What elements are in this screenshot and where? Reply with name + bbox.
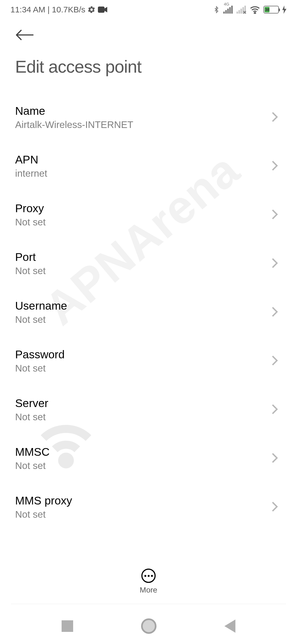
signal-4g-icon: 4G: [223, 6, 233, 14]
chevron-right-icon: [271, 160, 278, 172]
chevron-right-icon: [271, 355, 278, 367]
setting-value: Not set: [15, 265, 46, 276]
setting-item-proxy[interactable]: Proxy Not set: [15, 190, 282, 239]
back-arrow-icon: [15, 29, 34, 40]
svg-rect-5: [229, 7, 231, 13]
signal-empty-icon: [237, 6, 246, 14]
status-right: 4G 38: [213, 5, 287, 14]
setting-label: MMSC: [15, 446, 50, 459]
settings-list: Name Airtalk-Wireless-INTERNET APN inter…: [0, 93, 297, 531]
svg-rect-6: [231, 6, 233, 14]
status-left: 11:34 AM | 10.7KB/s: [10, 5, 107, 14]
setting-label: Name: [15, 105, 133, 118]
setting-label: Port: [15, 251, 46, 264]
chevron-right-icon: [271, 452, 278, 465]
status-separator: |: [48, 5, 50, 14]
gear-icon: [87, 6, 96, 14]
status-time: 11:34 AM: [10, 5, 45, 14]
charging-icon: [282, 6, 287, 14]
nav-recent-button[interactable]: [62, 620, 73, 632]
page-title: Edit access point: [0, 42, 297, 93]
svg-rect-10: [243, 7, 244, 13]
setting-value: Not set: [15, 314, 67, 325]
setting-label: APN: [15, 153, 47, 166]
setting-item-port[interactable]: Port Not set: [15, 239, 282, 288]
svg-rect-8: [238, 10, 240, 14]
setting-item-server[interactable]: Server Not set: [15, 385, 282, 434]
setting-label: Password: [15, 348, 65, 361]
more-icon: [141, 569, 156, 583]
svg-rect-7: [237, 12, 238, 13]
chevron-right-icon: [271, 306, 278, 318]
setting-item-password[interactable]: Password Not set: [15, 337, 282, 385]
setting-label: Username: [15, 299, 67, 312]
setting-value: Airtalk-Wireless-INTERNET: [15, 119, 133, 130]
chevron-right-icon: [271, 111, 278, 124]
nav-home-button[interactable]: [141, 618, 156, 634]
battery-icon: 38: [263, 6, 279, 13]
videocam-icon: [98, 6, 107, 13]
setting-value: Not set: [15, 460, 50, 471]
more-label: More: [140, 586, 157, 594]
setting-item-apn[interactable]: APN internet: [15, 142, 282, 190]
chevron-right-icon: [271, 209, 278, 221]
status-bar: 11:34 AM | 10.7KB/s 4G 38: [0, 0, 297, 17]
setting-label: Proxy: [15, 202, 46, 215]
svg-rect-9: [240, 9, 242, 13]
status-network-speed: 10.7KB/s: [52, 5, 86, 14]
setting-item-name[interactable]: Name Airtalk-Wireless-INTERNET: [15, 93, 282, 142]
setting-label: MMS proxy: [15, 494, 72, 507]
divider: [11, 604, 286, 604]
chevron-right-icon: [271, 501, 278, 513]
svg-rect-2: [223, 12, 225, 13]
chevron-right-icon: [271, 404, 278, 416]
more-button[interactable]: More: [0, 569, 297, 594]
setting-item-mms-proxy[interactable]: MMS proxy Not set: [15, 483, 282, 531]
setting-value: Not set: [15, 411, 48, 422]
setting-value: Not set: [15, 509, 72, 520]
svg-rect-4: [227, 9, 229, 13]
setting-item-mmsc[interactable]: MMSC Not set: [15, 434, 282, 483]
svg-point-12: [254, 12, 256, 14]
setting-value: Not set: [15, 363, 65, 374]
setting-item-username[interactable]: Username Not set: [15, 288, 282, 337]
bluetooth-icon: [213, 5, 220, 14]
svg-rect-1: [98, 7, 105, 13]
back-button[interactable]: [0, 17, 297, 42]
wifi-icon: [250, 6, 260, 14]
nav-back-button[interactable]: [224, 620, 235, 633]
nav-bar: [0, 608, 297, 644]
setting-value: internet: [15, 168, 47, 179]
chevron-right-icon: [271, 258, 278, 270]
svg-rect-3: [225, 10, 227, 14]
setting-value: Not set: [15, 217, 46, 228]
setting-label: Server: [15, 397, 48, 410]
